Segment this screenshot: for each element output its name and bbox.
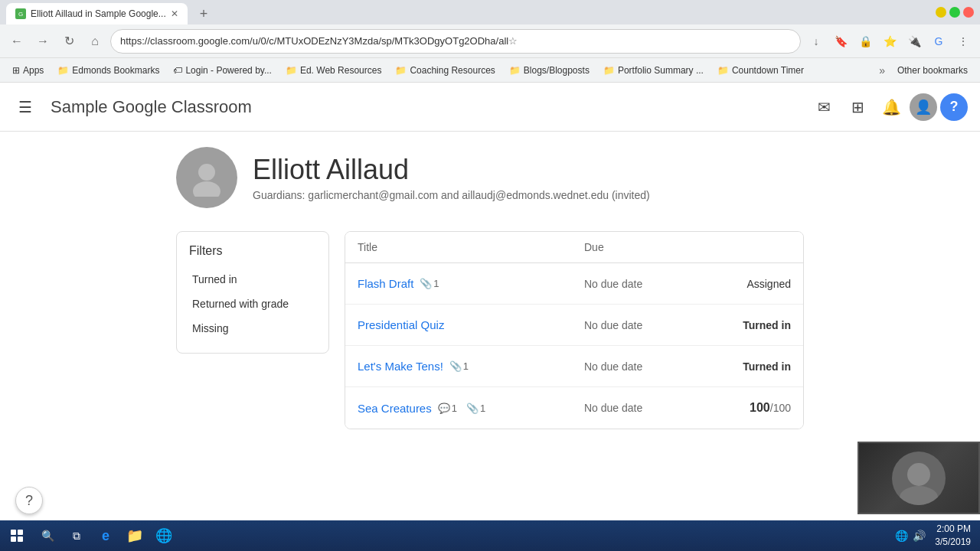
url-display: https://classroom.google.com/u/0/c/MTUxO… bbox=[120, 35, 508, 47]
tab-favicon: G bbox=[15, 8, 26, 19]
student-profile: Elliott Aillaud Guardians: garlicmerchan… bbox=[176, 147, 804, 208]
bookmark-ed-resources[interactable]: 📁 Ed. Web Resources bbox=[279, 63, 388, 78]
taskbar-clock: 2:00 PM 3/5/2019 bbox=[935, 523, 971, 549]
apps-icon-button[interactable]: ⊞ bbox=[842, 92, 873, 122]
toolbar-icon-3[interactable]: 🔒 bbox=[854, 31, 876, 52]
maximize-button[interactable]: □ bbox=[949, 7, 960, 18]
window-controls: — □ ✕ bbox=[936, 7, 974, 18]
refresh-button[interactable]: ↻ bbox=[58, 31, 80, 52]
edmonds-bookmark-label: Edmonds Bookmarks bbox=[72, 65, 159, 76]
student-name: Elliott Aillaud bbox=[253, 154, 650, 186]
assignment-link-make-tens[interactable]: Let's Make Tens! 📎 1 bbox=[358, 360, 584, 373]
table-row: Flash Draft 📎 1 No due date Assigned bbox=[345, 263, 803, 305]
login-bookmark-label: Login - Powered by... bbox=[185, 65, 272, 76]
new-tab-button[interactable]: + bbox=[191, 3, 217, 24]
score-current: 100 bbox=[750, 401, 770, 414]
apps-bookmark-label: Apps bbox=[23, 65, 44, 76]
start-button[interactable] bbox=[3, 522, 31, 549]
bookmark-login[interactable]: 🏷 Login - Powered by... bbox=[167, 63, 278, 78]
help-icon: ? bbox=[950, 99, 959, 115]
attachment-icon: 📎 1 bbox=[449, 360, 469, 372]
toolbar-icons: ↓ 🔖 🔒 ⭐ 🔌 G ⋮ bbox=[805, 31, 974, 52]
tab-close-button[interactable]: ✕ bbox=[171, 8, 178, 19]
bookmark-apps[interactable]: ⊞ Apps bbox=[6, 63, 50, 78]
browser-tab-area: G Elliott Aillaud in Sample Google... ✕ … bbox=[6, 0, 217, 24]
address-bar[interactable]: https://classroom.google.com/u/0/c/MTUxO… bbox=[110, 29, 801, 54]
bookmark-edmonds[interactable]: 📁 Edmonds Bookmarks bbox=[51, 63, 165, 78]
coaching-bookmark-icon: 📁 bbox=[395, 65, 407, 76]
assignment-link-flash-draft[interactable]: Flash Draft 📎 1 bbox=[358, 277, 584, 290]
filter-turned-in[interactable]: Turned in bbox=[189, 267, 316, 292]
video-overlay bbox=[858, 442, 980, 514]
minimize-button[interactable]: — bbox=[936, 7, 946, 18]
toolbar-icon-more[interactable]: ⋮ bbox=[952, 31, 974, 52]
taskbar: 🔍 ⧉ e 📁 🌐 🌐 🔊 2:00 PM 3/5/2019 bbox=[0, 520, 980, 551]
taskbar-chrome[interactable]: 🌐 bbox=[150, 522, 178, 549]
help-button[interactable]: ? bbox=[940, 93, 968, 121]
sea-creatures-title: Sea Creatures bbox=[358, 402, 432, 415]
attachment-icon: 📎 1 bbox=[466, 403, 485, 414]
svg-point-0 bbox=[198, 164, 215, 181]
bookmark-star-icon[interactable]: ☆ bbox=[508, 35, 791, 47]
attachment-icon: 📎 1 bbox=[420, 278, 439, 289]
app-content: ☰ Sample Google Classroom ✉ ⊞ 🔔 👤 ? bbox=[0, 83, 980, 520]
countdown-bookmark-icon: 📁 bbox=[717, 65, 729, 76]
taskbar-right: 🌐 🔊 2:00 PM 3/5/2019 bbox=[889, 523, 977, 549]
header-right: ✉ ⊞ 🔔 👤 ? bbox=[808, 92, 968, 122]
table-row: Let's Make Tens! 📎 1 No due date Turned … bbox=[345, 346, 803, 387]
mail-icon: ✉ bbox=[818, 98, 831, 116]
sea-creatures-score: 100/100 bbox=[691, 401, 791, 415]
bookmark-blogs[interactable]: 📁 Blogs/Blogposts bbox=[503, 63, 596, 78]
blogs-bookmark-icon: 📁 bbox=[509, 65, 521, 76]
toolbar-icon-4[interactable]: ⭐ bbox=[879, 31, 900, 52]
edmonds-bookmark-icon: 📁 bbox=[57, 65, 69, 76]
taskbar-task-view[interactable]: ⧉ bbox=[63, 522, 90, 549]
mail-icon-button[interactable]: ✉ bbox=[808, 92, 839, 122]
filter-returned-with-grade[interactable]: Returned with grade bbox=[189, 292, 316, 316]
network-icon: 🌐 bbox=[895, 530, 908, 542]
windows-logo-icon bbox=[11, 530, 23, 542]
toolbar-icon-6[interactable]: G bbox=[928, 31, 949, 52]
student-area: Elliott Aillaud Guardians: garlicmerchan… bbox=[176, 147, 804, 429]
bookmark-portfolio[interactable]: 📁 Portfolio Summary ... bbox=[597, 63, 710, 78]
make-tens-due: No due date bbox=[584, 360, 691, 373]
clock-date: 3/5/2019 bbox=[935, 536, 971, 549]
toolbar-icon-1[interactable]: ↓ bbox=[805, 31, 827, 52]
assignment-link-sea-creatures[interactable]: Sea Creatures 💬 1 📎 1 bbox=[358, 402, 584, 415]
forward-button[interactable]: → bbox=[32, 31, 54, 52]
close-button[interactable]: ✕ bbox=[963, 7, 974, 18]
apps-grid-icon: ⊞ bbox=[851, 98, 864, 116]
filters-title: Filters bbox=[189, 244, 316, 258]
assignment-link-presidential-quiz[interactable]: Presidential Quiz bbox=[358, 318, 584, 331]
bookmark-coaching[interactable]: 📁 Coaching Resources bbox=[389, 63, 501, 78]
assignments-table: Title Due Flash Draft 📎 1 No due date bbox=[345, 231, 804, 429]
menu-icon[interactable]: ☰ bbox=[12, 92, 38, 122]
bottom-help-button[interactable]: ? bbox=[15, 487, 43, 514]
bookmark-countdown[interactable]: 📁 Countdown Timer bbox=[711, 63, 810, 78]
system-icons: 🌐 🔊 bbox=[889, 530, 932, 542]
coaching-bookmark-label: Coaching Resources bbox=[410, 65, 495, 76]
toolbar-icon-2[interactable]: 🔖 bbox=[830, 31, 851, 52]
notifications-icon-button[interactable]: 🔔 bbox=[876, 92, 906, 122]
make-tens-status: Turned in bbox=[691, 360, 791, 373]
bookmarks-more-button[interactable]: » bbox=[874, 62, 890, 79]
active-browser-tab[interactable]: G Elliott Aillaud in Sample Google... ✕ bbox=[6, 3, 188, 24]
student-avatar bbox=[176, 147, 237, 208]
col-title-header: Title bbox=[358, 241, 584, 253]
taskbar-ie[interactable]: e bbox=[92, 522, 119, 549]
bookmark-other[interactable]: Other bookmarks bbox=[891, 63, 974, 78]
back-button[interactable]: ← bbox=[6, 31, 28, 52]
home-button[interactable]: ⌂ bbox=[84, 31, 106, 52]
score-max: /100 bbox=[770, 402, 791, 414]
blogs-bookmark-label: Blogs/Blogposts bbox=[524, 65, 590, 76]
make-tens-title: Let's Make Tens! bbox=[358, 360, 443, 373]
user-avatar[interactable]: 👤 bbox=[910, 93, 937, 121]
filter-missing[interactable]: Missing bbox=[189, 316, 316, 341]
gc-main: Elliott Aillaud Guardians: garlicmerchan… bbox=[0, 132, 980, 445]
taskbar-explorer[interactable]: 📁 bbox=[121, 522, 149, 549]
col-due-header: Due bbox=[584, 241, 691, 253]
taskbar-search[interactable]: 🔍 bbox=[34, 522, 61, 549]
browser-toolbar: ← → ↻ ⌂ https://classroom.google.com/u/0… bbox=[0, 24, 980, 58]
toolbar-icon-5[interactable]: 🔌 bbox=[903, 31, 925, 52]
table-header: Title Due bbox=[345, 232, 803, 263]
